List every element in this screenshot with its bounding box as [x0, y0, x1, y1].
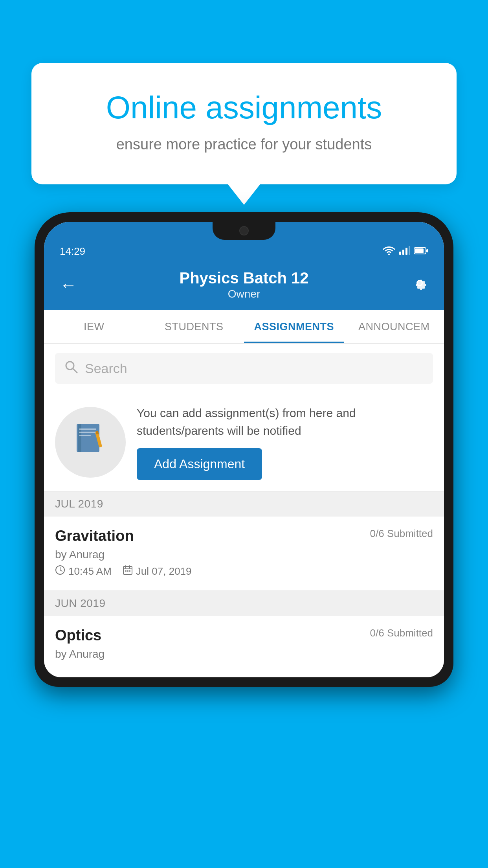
notebook-icon [73, 421, 108, 463]
svg-line-9 [73, 368, 77, 373]
svg-rect-6 [415, 248, 424, 253]
assignment-author-optics: by Anurag [55, 648, 433, 660]
tab-students[interactable]: STUDENTS [144, 310, 244, 343]
add-assignment-button[interactable]: Add Assignment [137, 448, 262, 480]
phone-outer: 14:29 [35, 212, 453, 687]
settings-button[interactable] [411, 274, 428, 296]
svg-rect-7 [426, 249, 428, 252]
assignment-date-text-gravitation: Jul 07, 2019 [136, 565, 192, 577]
svg-rect-13 [79, 432, 96, 433]
phone-screen: 14:29 [44, 222, 444, 677]
tab-iew[interactable]: IEW [44, 310, 144, 343]
phone-camera [239, 226, 249, 235]
assignment-optics[interactable]: Optics 0/6 Submitted by Anurag [44, 616, 444, 677]
assignment-author-gravitation: by Anurag [55, 548, 433, 561]
svg-rect-24 [125, 570, 127, 572]
svg-rect-3 [405, 248, 407, 255]
assignment-time-gravitation: 10:45 AM [55, 565, 112, 578]
svg-rect-14 [79, 435, 91, 436]
app-header: ← Physics Batch 12 Owner [44, 261, 444, 310]
promo-text-area: You can add assignment(s) from here and … [137, 404, 433, 480]
assignment-gravitation[interactable]: Gravitation 0/6 Submitted by Anurag [44, 517, 444, 591]
svg-rect-2 [402, 250, 404, 255]
svg-line-19 [60, 570, 62, 571]
promo-icon-circle [55, 407, 126, 478]
header-subtitle: Owner [179, 288, 308, 300]
batch-title: Physics Batch 12 [179, 269, 308, 287]
clock-icon [55, 565, 65, 578]
search-bar[interactable]: Search [55, 353, 433, 384]
status-time: 14:29 [60, 245, 85, 257]
promo-description: You can add assignment(s) from here and … [137, 404, 433, 440]
assignment-meta-gravitation: 10:45 AM [55, 565, 433, 578]
assignment-top-row-optics: Optics 0/6 Submitted [55, 627, 433, 644]
search-section: Search [44, 344, 444, 393]
svg-rect-11 [78, 424, 81, 452]
assignment-submitted-gravitation: 0/6 Submitted [370, 528, 433, 540]
search-placeholder: Search [85, 361, 127, 376]
assignment-submitted-optics: 0/6 Submitted [370, 627, 433, 639]
assignment-name-optics: Optics [55, 627, 101, 644]
wifi-icon [383, 245, 395, 257]
back-button[interactable]: ← [60, 275, 77, 295]
promo-section: You can add assignment(s) from here and … [44, 393, 444, 491]
signal-icon [399, 245, 410, 257]
header-center: Physics Batch 12 Owner [179, 269, 308, 300]
tooltip-subtitle: ensure more practice for your students [63, 136, 425, 153]
tooltip-card: Online assignments ensure more practice … [31, 63, 457, 184]
section-header-jul: JUL 2019 [44, 491, 444, 517]
svg-rect-25 [127, 570, 128, 572]
tab-announcements[interactable]: ANNOUNCEM [344, 310, 444, 343]
assignment-time-text-gravitation: 10:45 AM [68, 565, 112, 577]
assignment-top-row: Gravitation 0/6 Submitted [55, 528, 433, 544]
tooltip-title: Online assignments [63, 90, 425, 125]
battery-icon [414, 245, 428, 257]
phone-notch [213, 222, 275, 240]
svg-rect-26 [129, 570, 130, 572]
assignment-date-gravitation: Jul 07, 2019 [123, 565, 192, 578]
calendar-icon [123, 565, 133, 578]
svg-rect-1 [399, 252, 401, 255]
phone-container: 14:29 [35, 212, 453, 868]
svg-rect-4 [409, 246, 410, 255]
tabs-bar: IEW STUDENTS ASSIGNMENTS ANNOUNCEM [44, 310, 444, 344]
section-header-jun: JUN 2019 [44, 591, 444, 616]
tab-assignments[interactable]: ASSIGNMENTS [244, 310, 344, 343]
svg-point-0 [388, 254, 390, 255]
svg-rect-12 [79, 428, 96, 430]
search-icon [64, 360, 78, 377]
assignment-name-gravitation: Gravitation [55, 528, 134, 544]
status-icons [383, 245, 428, 257]
